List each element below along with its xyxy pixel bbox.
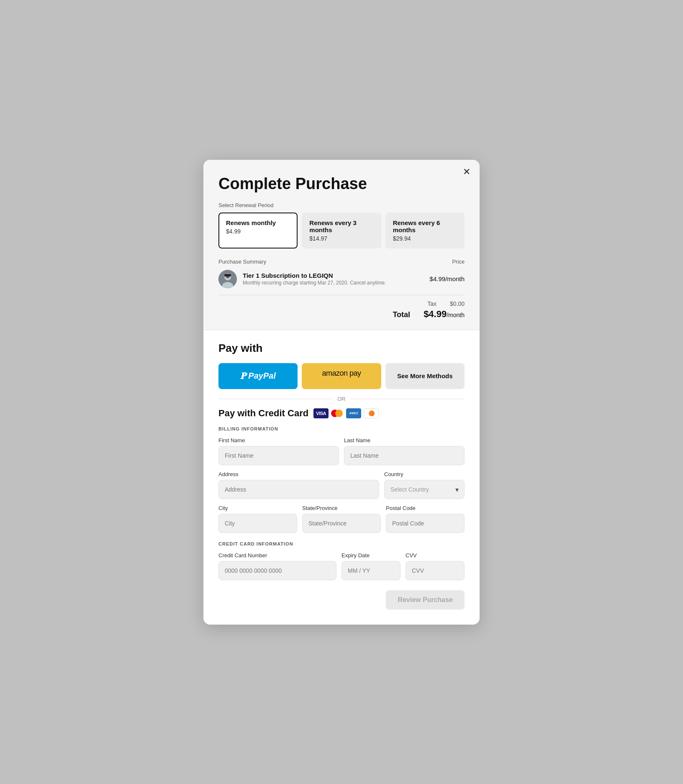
amazon-pay-label: amazon pay	[322, 369, 361, 378]
expiry-label: Expiry Date	[342, 552, 401, 559]
expiry-group: Expiry Date	[342, 552, 401, 580]
address-input[interactable]	[218, 480, 379, 499]
last-name-label: Last Name	[344, 437, 465, 443]
address-country-row: Address Country Select Country	[218, 471, 465, 499]
total-period: /month	[447, 312, 465, 318]
amazon-pay-button[interactable]: amazon pay ⌒	[302, 363, 381, 389]
amazon-arrow-icon: ⌒	[339, 377, 344, 383]
renewal-biannual-title: Renews every 6 months	[393, 219, 457, 233]
or-divider: OR	[218, 396, 465, 402]
paypal-label: PayPal	[248, 371, 276, 381]
see-more-methods-button[interactable]: See More Methods	[385, 363, 465, 389]
or-text: OR	[337, 396, 346, 402]
card-number-group: Credit Card Number	[218, 552, 336, 580]
last-name-input[interactable]	[344, 446, 465, 465]
payment-buttons: 𝐏 PayPal amazon pay ⌒ See More Methods	[218, 363, 465, 389]
city-label: City	[218, 505, 297, 511]
renewal-quarterly-price: $14.97	[309, 235, 373, 242]
card-number-row: Credit Card Number Expiry Date CVV	[218, 552, 465, 580]
credit-card-section: CREDIT CARD INFORMATION Credit Card Numb…	[218, 541, 465, 580]
close-button[interactable]: ✕	[463, 167, 470, 177]
card-icons: VISA AMEX	[313, 408, 379, 418]
postal-input[interactable]	[386, 514, 465, 533]
pay-with-title: Pay with	[218, 342, 465, 355]
expiry-input[interactable]	[342, 561, 401, 580]
card-number-label: Credit Card Number	[218, 552, 336, 559]
avatar	[218, 270, 237, 288]
visa-icon: VISA	[313, 408, 329, 418]
country-group: Country Select Country	[384, 471, 465, 499]
cvv-input[interactable]	[406, 561, 465, 580]
first-name-label: First Name	[218, 437, 339, 443]
renewal-option-quarterly[interactable]: Renews every 3 months $14.97	[302, 213, 381, 249]
total-label: Total	[393, 310, 410, 319]
city-group: City	[218, 505, 297, 533]
renewal-biannual-price: $29.94	[393, 235, 457, 242]
postal-group: Postal Code	[386, 505, 465, 533]
city-state-postal-row: City State/Province Postal Code	[218, 505, 465, 533]
state-group: State/Province	[302, 505, 381, 533]
country-select-wrapper: Select Country	[384, 480, 465, 499]
renewal-quarterly-title: Renews every 3 months	[309, 219, 373, 233]
first-name-input[interactable]	[218, 446, 339, 465]
amex-icon: AMEX	[346, 408, 361, 418]
summary-label: Purchase Summary	[218, 259, 266, 265]
city-input[interactable]	[218, 514, 297, 533]
name-row: First Name Last Name	[218, 437, 465, 465]
renewal-monthly-price: $4.99	[226, 228, 290, 235]
purchase-modal: ✕ Complete Purchase Select Renewal Perio…	[203, 160, 480, 625]
renewal-options: Renews monthly $4.99 Renews every 3 mont…	[218, 213, 465, 249]
discover-icon	[364, 408, 379, 418]
address-label: Address	[218, 471, 379, 477]
renewal-period-label: Select Renewal Period	[218, 202, 465, 208]
credit-card-section-label: CREDIT CARD INFORMATION	[218, 541, 465, 546]
paypal-button[interactable]: 𝐏 PayPal	[218, 363, 298, 389]
total-amount: $4.99	[424, 309, 447, 319]
card-number-input[interactable]	[218, 561, 336, 580]
billing-section-label: BILLING INFORMATION	[218, 426, 465, 431]
svg-rect-4	[224, 274, 231, 277]
price-label: Price	[452, 259, 465, 265]
address-group: Address	[218, 471, 379, 499]
submit-row: Review Purchase	[218, 590, 465, 610]
item-title: Tier 1 Subscription to LEGIQN	[243, 272, 386, 279]
renewal-monthly-title: Renews monthly	[226, 219, 290, 226]
review-purchase-button[interactable]: Review Purchase	[386, 590, 465, 610]
state-input[interactable]	[302, 514, 381, 533]
country-label: Country	[384, 471, 465, 477]
credit-card-header: Pay with Credit Card VISA AMEX	[218, 408, 465, 419]
tax-amount: $0.00	[450, 300, 465, 307]
renewal-option-biannual[interactable]: Renews every 6 months $29.94	[385, 213, 465, 249]
credit-card-title: Pay with Credit Card	[218, 408, 308, 419]
cvv-group: CVV	[406, 552, 465, 580]
mastercard-icon	[331, 409, 344, 418]
purchase-summary: Purchase Summary Price	[218, 259, 465, 320]
state-label: State/Province	[302, 505, 381, 511]
renewal-option-monthly[interactable]: Renews monthly $4.99	[218, 213, 298, 249]
last-name-group: Last Name	[344, 437, 465, 465]
country-select[interactable]: Select Country	[384, 480, 465, 499]
page-title: Complete Purchase	[218, 175, 465, 193]
tax-label: Tax	[427, 300, 437, 307]
item-price: $4.99/month	[430, 275, 465, 282]
first-name-group: First Name	[218, 437, 339, 465]
cvv-label: CVV	[406, 552, 465, 559]
paypal-icon: 𝐏	[240, 371, 246, 382]
postal-label: Postal Code	[386, 505, 465, 511]
item-subtitle: Monthly recurring charge starting Mar 27…	[243, 280, 386, 286]
